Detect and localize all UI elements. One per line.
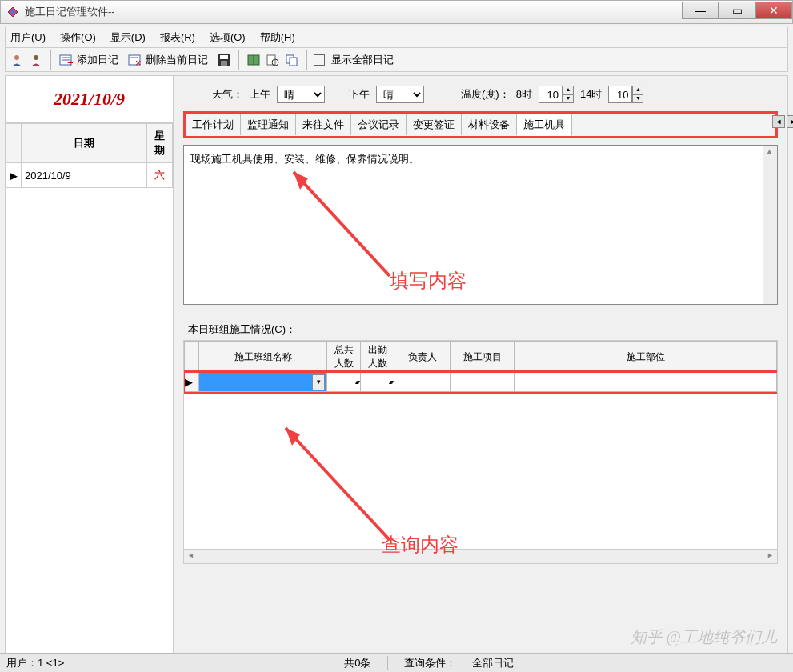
tabs-container: 工作计划 监理通知 来往文件 会议记录 变更签证 材料设备 施工机具 ◄ ►: [183, 111, 778, 138]
status-cond-value: 全部日记: [472, 656, 514, 670]
tab-meeting[interactable]: 会议记录: [351, 114, 407, 135]
temp2-spinner[interactable]: ▲▼: [608, 86, 643, 103]
menu-help[interactable]: 帮助(H): [260, 30, 295, 45]
status-cond-label: 查询条件：: [404, 656, 456, 670]
svg-text:×: ×: [135, 57, 142, 67]
row-cursor-icon: ▶: [6, 163, 22, 188]
total-cell[interactable]: [327, 373, 361, 392]
current-date-header: 2021/10/9: [6, 76, 173, 122]
svg-rect-11: [221, 61, 227, 66]
menu-option[interactable]: 选项(O): [210, 30, 246, 45]
col-team-name[interactable]: 施工班组名称: [199, 342, 327, 373]
time1-label: 8时: [516, 87, 532, 102]
delete-diary-icon[interactable]: ×: [126, 52, 142, 68]
menu-operate[interactable]: 操作(O): [60, 30, 96, 45]
current-date: 2021/10/9: [54, 89, 125, 109]
delete-diary-label[interactable]: 删除当前日记: [146, 53, 208, 67]
show-all-checkbox[interactable]: [314, 54, 325, 66]
pm-label: 下午: [349, 87, 370, 102]
row-date: 2021/10/9: [22, 163, 147, 188]
spin-up-icon[interactable]: ▲: [632, 86, 643, 94]
svg-line-16: [278, 65, 279, 66]
status-count: 共0条: [344, 656, 370, 670]
tab-machinery[interactable]: 施工机具: [517, 114, 572, 136]
menu-display[interactable]: 显示(D): [110, 30, 146, 45]
time2-label: 14时: [580, 87, 602, 102]
annotation-query: 查询内容: [382, 532, 459, 558]
left-panel: 2021/10/9 日期 星期 ▶ 2021/10/9 六: [6, 76, 174, 668]
temp1-spinner[interactable]: ▲▼: [539, 86, 574, 103]
svg-point-0: [14, 55, 19, 60]
tab-scroll-right-icon[interactable]: ►: [787, 115, 793, 128]
position-cell[interactable]: [515, 373, 777, 392]
team-row[interactable]: ▶: [185, 373, 777, 392]
add-diary-icon[interactable]: +: [58, 52, 74, 68]
book-icon[interactable]: [246, 52, 262, 68]
window-titlebar: 施工日记管理软件-- — ▭ ✕: [0, 0, 793, 24]
temp-label: 温度(度)：: [461, 87, 510, 102]
svg-point-1: [34, 55, 38, 60]
status-bar: 用户：1 <1> 共0条 查询条件： 全部日记: [0, 653, 793, 672]
am-label: 上午: [250, 87, 270, 102]
show-all-label[interactable]: 显示全部日记: [331, 53, 394, 67]
tab-supervise-notice[interactable]: 监理通知: [241, 114, 296, 135]
right-panel: 天气： 上午 晴 下午 晴 温度(度)： 8时 ▲▼ 14时 ▲▼ 工作计划 监…: [174, 76, 787, 668]
spin-down-icon[interactable]: ▼: [632, 94, 643, 103]
col-weekday[interactable]: 星期: [147, 124, 173, 163]
tab-materials[interactable]: 材料设备: [462, 114, 517, 135]
minimize-button[interactable]: —: [682, 2, 719, 19]
svg-text:+: +: [67, 57, 73, 67]
row-weekday: 六: [147, 163, 173, 188]
temp1-input[interactable]: [539, 86, 563, 103]
team-grid: 施工班组名称 总共人数 出勤人数 负责人 施工项目 施工部位 ▶: [183, 340, 778, 564]
preview-icon[interactable]: [265, 52, 281, 68]
horizontal-scrollbar[interactable]: [184, 549, 777, 563]
project-cell[interactable]: [451, 373, 515, 392]
tab-scroll-left-icon[interactable]: ◄: [772, 115, 785, 128]
tab-change-visa[interactable]: 变更签证: [407, 114, 462, 135]
toolbar: + 添加日记 × 删除当前日记 显示全部日记: [5, 48, 788, 72]
team-section-label: 本日班组施工情况(C)：: [188, 322, 778, 337]
date-row[interactable]: ▶ 2021/10/9 六: [6, 163, 173, 188]
menu-bar: 用户(U) 操作(O) 显示(D) 报表(R) 选项(O) 帮助(H): [5, 27, 788, 48]
svg-rect-10: [220, 55, 228, 59]
tab-work-plan[interactable]: 工作计划: [186, 114, 241, 135]
vertical-scrollbar[interactable]: [763, 146, 777, 304]
spin-down-icon[interactable]: ▼: [563, 94, 574, 103]
col-project[interactable]: 施工项目: [451, 342, 515, 373]
pm-weather-select[interactable]: 晴: [376, 86, 424, 103]
user-icon-2[interactable]: [28, 52, 44, 68]
window-title: 施工日记管理软件--: [25, 5, 682, 19]
attend-cell[interactable]: [361, 373, 394, 392]
app-icon: [6, 5, 20, 19]
close-button[interactable]: ✕: [755, 2, 792, 19]
status-user: 用户：1 <1>: [6, 656, 64, 670]
col-total[interactable]: 总共人数: [327, 342, 361, 373]
weather-label: 天气：: [212, 87, 243, 102]
add-diary-label[interactable]: 添加日记: [77, 53, 118, 67]
col-position[interactable]: 施工部位: [515, 342, 777, 373]
temp2-input[interactable]: [608, 86, 632, 103]
weather-row: 天气： 上午 晴 下午 晴 温度(度)： 8时 ▲▼ 14时 ▲▼: [180, 82, 781, 111]
svg-rect-18: [290, 58, 297, 66]
copy-icon[interactable]: [284, 52, 300, 68]
tab-documents[interactable]: 来往文件: [296, 114, 351, 135]
description-text: 现场施工机具使用、安装、维修、保养情况说明。: [190, 153, 419, 165]
save-icon[interactable]: [216, 52, 232, 68]
col-leader[interactable]: 负责人: [394, 342, 451, 373]
date-list: 日期 星期 ▶ 2021/10/9 六: [6, 122, 173, 668]
user-icon-1[interactable]: [9, 52, 25, 68]
svg-rect-14: [267, 55, 275, 65]
maximize-button[interactable]: ▭: [719, 2, 755, 19]
leader-cell[interactable]: [394, 373, 451, 392]
col-date[interactable]: 日期: [22, 124, 147, 163]
menu-report[interactable]: 报表(R): [160, 30, 195, 45]
col-attend[interactable]: 出勤人数: [361, 342, 394, 373]
spin-up-icon[interactable]: ▲: [563, 86, 574, 94]
team-name-cell[interactable]: [199, 373, 327, 392]
row-cursor-icon: ▶: [185, 373, 199, 392]
watermark: 知乎 @工地纯爷们儿: [631, 626, 777, 648]
am-weather-select[interactable]: 晴: [277, 86, 325, 103]
menu-user[interactable]: 用户(U): [10, 30, 46, 45]
description-textarea[interactable]: 现场施工机具使用、安装、维修、保养情况说明。: [183, 145, 778, 305]
